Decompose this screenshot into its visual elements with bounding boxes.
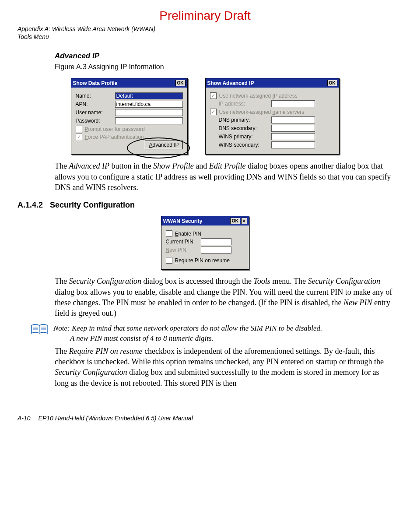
t: ew PIN: bbox=[169, 247, 188, 253]
i: Require PIN on resume bbox=[69, 347, 142, 356]
t2: P address bbox=[274, 93, 298, 99]
advanced-ip-paragraph: The Advanced IP button in the Show Profi… bbox=[55, 161, 392, 193]
row-wins1: WINS primary: bbox=[219, 133, 335, 140]
u: P bbox=[85, 126, 88, 132]
title-text: Show Data Profile bbox=[73, 80, 118, 86]
dialog-show-advanced-ip: Show Advanced IP OK ✓ Use network-assign… bbox=[205, 78, 340, 155]
note-body: Keep in mind that some network operators… bbox=[53, 324, 322, 342]
t: equire PIN on resume bbox=[179, 257, 230, 264]
row-ip-address: IP address: bbox=[219, 100, 335, 107]
preliminary-draft-watermark: Preliminary Draft bbox=[18, 9, 392, 23]
i: Advanced IP bbox=[69, 162, 109, 170]
row-new-pin: New PIN: bbox=[166, 247, 245, 254]
t2: ame servers bbox=[275, 109, 304, 115]
checkbox-icon bbox=[76, 126, 82, 132]
checkbox-use-assigned-ip[interactable]: ✓ Use network-assigned IP address bbox=[210, 92, 335, 99]
checkbox-use-assigned-ns[interactable]: ✓ Use network-assigned name servers bbox=[210, 109, 335, 115]
input-dns2[interactable] bbox=[271, 125, 315, 132]
u: N bbox=[166, 247, 170, 253]
note-text: Note: Keep in mind that some network ope… bbox=[53, 324, 322, 343]
label-wins1: WINS primary: bbox=[219, 134, 271, 140]
label-name: Name: bbox=[76, 93, 115, 99]
advanced-ip-button[interactable]: Advanced IP bbox=[145, 141, 182, 149]
row-pass: Password: bbox=[76, 117, 183, 124]
input-apn[interactable]: internet.fido.ca bbox=[115, 101, 183, 108]
titlebar-show-advanced-ip: Show Advanced IP OK bbox=[206, 78, 339, 88]
page-footer: A-10EP10 Hand-Held (Windows Embedded 6.5… bbox=[18, 415, 392, 422]
input-wins2[interactable] bbox=[271, 141, 315, 148]
i: Edit Profile bbox=[209, 162, 246, 170]
u: E bbox=[175, 231, 179, 237]
dialog-wwan-security: WWAN Security OK × Enable PIN Current PI… bbox=[161, 216, 249, 270]
t: and bbox=[194, 162, 209, 170]
security-paragraph-1: The Security Configuration dialog box is… bbox=[55, 276, 392, 318]
figure-a3: Show Data Profile OK Name: Default APN: … bbox=[18, 78, 392, 155]
label-dns1: DNS primary: bbox=[219, 117, 271, 123]
security-paragraph-2: The Require PIN on resume checkbox is in… bbox=[55, 346, 392, 388]
titlebar-show-data-profile: Show Data Profile OK bbox=[71, 78, 187, 88]
input-pass[interactable] bbox=[115, 117, 183, 124]
u: R bbox=[175, 257, 179, 264]
manual-title: EP10 Hand-Held (Windows Embedded 6.5) Us… bbox=[39, 415, 193, 422]
t: dvanced IP bbox=[152, 142, 179, 148]
row-wins2: WINS secondary: bbox=[219, 141, 335, 148]
label-wins2: WINS secondary: bbox=[219, 142, 271, 148]
t: dialog box is accessed through the bbox=[141, 277, 253, 285]
input-current-pin[interactable] bbox=[201, 238, 231, 245]
checkbox-require-pin-resume[interactable]: Require PIN on resume bbox=[166, 257, 245, 264]
ok-button[interactable]: OK bbox=[327, 80, 337, 86]
input-user[interactable] bbox=[115, 109, 183, 116]
page-number: A-10 bbox=[18, 415, 31, 422]
t: orce PAP authentication bbox=[88, 134, 144, 140]
label-current-pin: Current PIN: bbox=[166, 239, 201, 245]
input-ip[interactable] bbox=[271, 100, 315, 107]
titlebar-wwan-security: WWAN Security OK × bbox=[161, 216, 249, 225]
input-name[interactable]: Default bbox=[115, 92, 183, 99]
close-button[interactable]: × bbox=[241, 218, 247, 224]
checkbox-icon: ✓ bbox=[210, 109, 217, 115]
label-dns2: DNS secondary: bbox=[219, 125, 271, 131]
u: F bbox=[85, 134, 88, 140]
checkbox-icon: ✓ bbox=[76, 134, 82, 140]
i: Show Profile bbox=[153, 162, 194, 170]
row-name: Name: Default bbox=[76, 92, 183, 99]
section-number: A.1.4.2 bbox=[18, 201, 43, 209]
t: dialog box allows you to enable, disable… bbox=[55, 288, 392, 307]
i: Security Configuration bbox=[55, 368, 127, 377]
t: The bbox=[55, 277, 69, 285]
figure-caption: Figure A.3 Assigning IP Information bbox=[55, 63, 392, 71]
i: New PIN bbox=[343, 298, 372, 307]
checkbox-force-pap[interactable]: ✓ Force PAP authentication bbox=[76, 134, 183, 140]
dialog-show-data-profile: Show Data Profile OK Name: Default APN: … bbox=[71, 78, 188, 155]
label-apn: APN: bbox=[76, 101, 115, 107]
checkbox-prompt-password[interactable]: Prompt user for password bbox=[76, 126, 183, 132]
book-icon bbox=[31, 324, 48, 335]
row-current-pin: Current PIN: bbox=[166, 238, 245, 245]
input-new-pin[interactable] bbox=[201, 247, 231, 254]
ok-button[interactable]: OK bbox=[230, 218, 240, 224]
row-user: User name: bbox=[76, 109, 183, 116]
t: urrent PIN: bbox=[169, 239, 195, 245]
checkbox-enable-pin[interactable]: Enable PIN bbox=[166, 230, 245, 237]
ok-button[interactable]: OK bbox=[175, 80, 186, 86]
section-title: Security Configuration bbox=[50, 201, 135, 209]
input-dns1[interactable] bbox=[271, 116, 315, 123]
i: Security Configuration bbox=[69, 277, 141, 285]
row-apn: APN: internet.fido.ca bbox=[76, 101, 183, 108]
row-dns2: DNS secondary: bbox=[219, 125, 335, 132]
title-text: WWAN Security bbox=[163, 218, 203, 224]
advanced-ip-heading: Advanced IP bbox=[55, 52, 392, 60]
t: button in the bbox=[109, 162, 153, 170]
title-text: Show Advanced IP bbox=[207, 80, 254, 86]
note-block: Note: Keep in mind that some network ope… bbox=[31, 324, 384, 343]
checkbox-icon: ✓ bbox=[210, 92, 217, 99]
header-line2: Tools Menu bbox=[18, 33, 392, 41]
t: Use network-assigned bbox=[219, 93, 273, 99]
label-pass: Password: bbox=[76, 118, 115, 124]
page-header: Appendix A: Wireless Wide Area Network (… bbox=[18, 25, 392, 41]
label-new-pin: New PIN: bbox=[166, 247, 201, 253]
checkbox-icon bbox=[166, 230, 172, 237]
input-wins1[interactable] bbox=[271, 133, 315, 140]
t: nable PIN bbox=[179, 231, 202, 237]
i: Tools bbox=[253, 277, 270, 285]
